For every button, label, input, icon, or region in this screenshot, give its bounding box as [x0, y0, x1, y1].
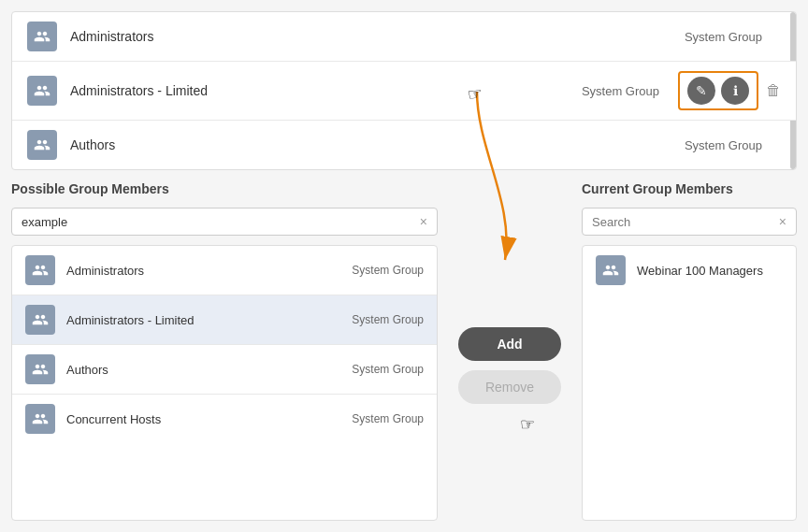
member-name: Webinar 100 Managers — [637, 264, 783, 278]
possible-search-clear[interactable]: × — [420, 214, 427, 229]
remove-button[interactable]: Remove — [458, 370, 561, 404]
row-actions: ✎ ℹ 🗑 — [678, 71, 781, 110]
row-name: Administrators — [70, 29, 685, 44]
delete-button[interactable]: 🗑 — [766, 82, 781, 99]
possible-members-table: Administrators System Group Administrato… — [11, 245, 438, 521]
user-group-icon — [596, 255, 626, 285]
current-group-members-panel: Current Group Members × Webinar 100 Mana… — [582, 181, 797, 521]
table-row: Authors System Group — [12, 121, 796, 169]
current-member-row[interactable]: Webinar 100 Managers — [583, 246, 796, 295]
possible-group-members-title: Possible Group Members — [11, 181, 438, 196]
current-search-clear[interactable]: × — [779, 214, 786, 229]
current-members-table: Webinar 100 Managers — [582, 245, 797, 521]
user-group-icon — [25, 404, 55, 434]
user-group-icon — [25, 255, 55, 285]
table-row-highlighted: Administrators - Limited System Group ✎ … — [12, 62, 796, 121]
edit-button[interactable]: ✎ — [687, 77, 715, 105]
row-type: System Group — [685, 30, 762, 44]
possible-search-box[interactable]: × — [11, 208, 438, 236]
row-name: Administrators - Limited — [70, 83, 582, 98]
main-container: Administrators System Group Administrato… — [0, 0, 808, 532]
user-group-icon — [25, 354, 55, 384]
row-type: System Group — [685, 138, 762, 152]
current-search-box[interactable]: × — [582, 208, 797, 236]
member-type: System Group — [352, 264, 424, 277]
member-name: Administrators — [66, 264, 352, 278]
current-search-input[interactable] — [592, 215, 773, 229]
possible-search-input[interactable] — [22, 215, 414, 229]
possible-member-row[interactable]: Authors System Group — [12, 345, 437, 395]
user-group-icon — [27, 130, 57, 160]
user-group-icon — [25, 305, 55, 335]
possible-member-row[interactable]: Administrators System Group — [12, 246, 437, 295]
possible-group-members-panel: Possible Group Members × Administrators … — [11, 181, 438, 521]
row-name: Authors — [70, 137, 685, 152]
table-row: Administrators System Group — [12, 12, 796, 62]
row-type: System Group — [582, 84, 659, 98]
user-group-icon — [27, 22, 57, 51]
top-table: Administrators System Group Administrato… — [11, 11, 797, 170]
member-type: System Group — [352, 313, 424, 326]
add-button[interactable]: Add — [458, 327, 561, 361]
current-group-members-title: Current Group Members — [582, 181, 797, 196]
possible-member-row[interactable]: Concurrent Hosts System Group — [12, 395, 437, 443]
possible-member-row-selected[interactable]: Administrators - Limited System Group — [12, 295, 437, 345]
member-type: System Group — [352, 412, 424, 425]
member-name: Concurrent Hosts — [66, 412, 352, 426]
center-buttons: Add Remove — [449, 209, 570, 521]
action-box: ✎ ℹ — [678, 71, 758, 110]
member-name: Administrators - Limited — [66, 313, 352, 327]
bottom-section: Possible Group Members × Administrators … — [11, 181, 797, 521]
member-name: Authors — [66, 363, 352, 377]
user-group-icon — [27, 76, 57, 106]
info-button[interactable]: ℹ — [721, 77, 749, 105]
member-type: System Group — [352, 363, 424, 376]
